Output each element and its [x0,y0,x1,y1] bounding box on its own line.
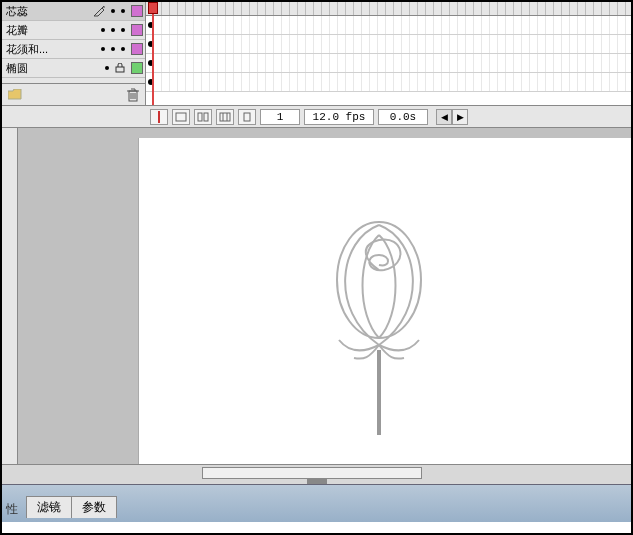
current-frame-field[interactable]: 1 [260,109,300,125]
layer-color-swatch[interactable] [131,43,143,55]
timeline-controls: 1 12.0 fps 0.0s ◀ ▶ [2,106,631,128]
playhead-marker-icon[interactable] [150,109,168,125]
frame-track[interactable] [146,73,631,92]
visibility-dot-icon[interactable] [111,28,115,32]
layer-name: 椭圆 [4,61,105,76]
tab-filters[interactable]: 滤镜 [26,496,72,518]
visibility-dot-icon[interactable] [105,66,109,70]
svg-rect-0 [116,67,124,72]
layer-name: 芯蕊 [4,4,93,19]
layer-row[interactable]: 椭圆 [2,59,145,78]
lock-dot-icon[interactable] [121,9,125,13]
bottom-tabs: 性 滤镜 参数 [6,496,116,518]
layer-color-swatch[interactable] [131,5,143,17]
layer-row[interactable]: 花须和... [2,40,145,59]
bottom-panel-bar: 性 滤镜 参数 [2,484,631,522]
keyframe-icon[interactable] [148,60,154,66]
lock-icon[interactable] [115,63,125,73]
timeline-area: 芯蕊 花瓣 花须和... [2,2,631,106]
layer-name: 花瓣 [4,23,101,38]
layer-icons [105,62,145,74]
frame-track[interactable] [146,16,631,35]
new-folder-icon[interactable] [8,89,22,101]
lock-dot-icon[interactable] [121,28,125,32]
scroll-left-icon[interactable]: ◀ [436,109,452,125]
elapsed-time-field[interactable]: 0.0s [378,109,428,125]
timeline-grid[interactable] [146,2,631,105]
stage-page[interactable] [138,138,631,464]
stage-canvas[interactable] [18,128,631,464]
keyframe-icon[interactable] [148,22,154,28]
svg-rect-4 [204,113,208,121]
frame-track[interactable] [146,35,631,54]
layer-icons [93,5,145,17]
vertical-ruler[interactable] [2,128,18,464]
layer-color-swatch[interactable] [131,24,143,36]
onion-skin-icon[interactable] [172,109,190,125]
frame-track[interactable] [146,54,631,73]
fps-field[interactable]: 12.0 fps [304,109,374,125]
visibility-dot-icon[interactable] [111,47,115,51]
layer-icons [101,24,145,36]
tab-parameters[interactable]: 参数 [71,496,117,518]
svg-rect-6 [244,113,250,121]
keyframe-icon[interactable] [148,41,154,47]
stage-horizontal-scrollbar[interactable] [2,464,631,484]
layer-name: 花须和... [4,42,101,57]
layer-row[interactable]: 芯蕊 [2,2,145,21]
pencil-icon [93,5,105,17]
tab-properties-partial[interactable]: 性 [6,501,26,518]
svg-rect-2 [176,113,186,121]
frame-ruler[interactable] [146,2,631,16]
visibility-dot-icon[interactable] [111,9,115,13]
delete-layer-icon[interactable] [127,88,139,102]
timeline-scroll: ◀ ▶ [436,109,468,125]
modify-markers-icon[interactable] [238,109,256,125]
layer-icons [101,43,145,55]
svg-rect-5 [220,113,230,121]
visibility-dot-icon[interactable] [101,47,105,51]
lock-dot-icon[interactable] [121,47,125,51]
visibility-dot-icon[interactable] [101,28,105,32]
edit-multiple-frames-icon[interactable] [216,109,234,125]
svg-rect-3 [198,113,202,121]
rose-drawing [309,210,449,440]
scroll-right-icon[interactable]: ▶ [452,109,468,125]
layers-footer [2,83,145,105]
stage-area [2,128,631,464]
layer-row[interactable]: 花瓣 [2,21,145,40]
scrollbar-thumb[interactable] [202,467,422,479]
onion-skin-outlines-icon[interactable] [194,109,212,125]
keyframe-icon[interactable] [148,79,154,85]
layer-color-swatch[interactable] [131,62,143,74]
layers-panel: 芯蕊 花瓣 花须和... [2,2,146,105]
frame-tracks [146,16,631,92]
